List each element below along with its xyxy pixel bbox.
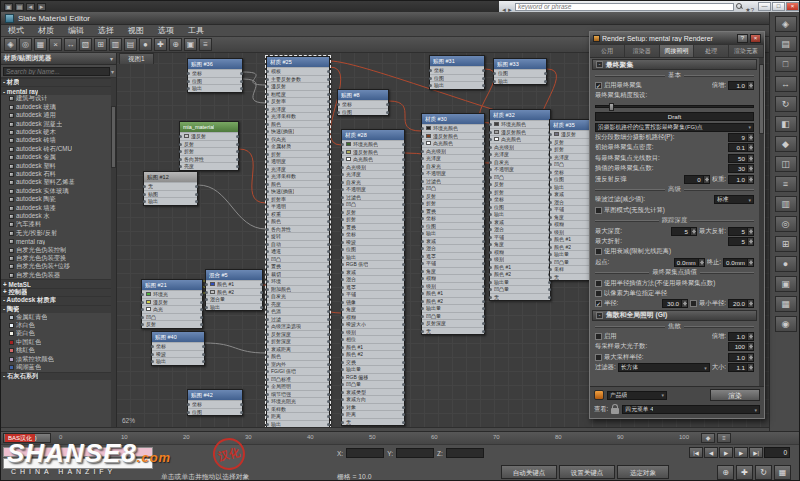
zoom-viewport-icon[interactable]: ⊕ <box>717 465 734 480</box>
node-slot[interactable]: 仅高光 <box>267 135 329 143</box>
browser-item[interactable]: 竭湖蓝色 <box>1 363 111 371</box>
input-socket-icon[interactable] <box>341 383 344 386</box>
dialog-tab-item[interactable]: 渲染元素 <box>729 45 764 57</box>
input-socket-icon[interactable] <box>549 216 552 219</box>
input-socket-icon[interactable] <box>549 133 552 136</box>
output-socket-icon[interactable] <box>327 78 330 81</box>
output-socket-icon[interactable] <box>482 172 485 175</box>
input-socket-icon[interactable] <box>421 187 424 190</box>
checkbox[interactable]: ✓ <box>595 300 602 307</box>
output-socket-icon[interactable] <box>482 202 485 205</box>
output-socket-icon[interactable] <box>327 93 330 96</box>
output-socket-icon[interactable] <box>327 153 330 156</box>
node-slot[interactable]: 环境光颜色 <box>490 120 550 128</box>
input-socket-icon[interactable] <box>266 250 269 253</box>
node-slot[interactable]: 通道 <box>267 247 329 255</box>
input-socket-icon[interactable] <box>266 175 269 178</box>
preset-value-field[interactable]: Draft <box>595 112 754 121</box>
node-slot[interactable]: 凹凸 <box>342 200 404 208</box>
input-socket-icon[interactable] <box>341 181 344 184</box>
node-slot[interactable]: 坐标 <box>188 69 242 77</box>
next-frame-icon[interactable]: ▶ <box>734 447 748 458</box>
node-slot[interactable]: FG/GI 倍增 <box>267 367 329 375</box>
node-slot[interactable]: RGB 倍增 <box>342 260 404 268</box>
input-socket-icon[interactable] <box>266 123 269 126</box>
node-slot[interactable]: 镜像 <box>342 298 404 306</box>
node-slot[interactable]: 凹凸量 <box>342 380 404 388</box>
output-socket-icon[interactable] <box>402 211 405 214</box>
output-socket-icon[interactable] <box>236 158 239 161</box>
output-socket-icon[interactable] <box>386 111 389 114</box>
output-socket-icon[interactable] <box>402 226 405 229</box>
input-socket-icon[interactable] <box>266 325 269 328</box>
input-socket-icon[interactable] <box>341 353 344 356</box>
input-socket-icon[interactable] <box>421 330 424 333</box>
input-socket-icon[interactable] <box>266 183 269 186</box>
node-slot[interactable]: 位图 <box>188 77 242 85</box>
input-socket-icon[interactable] <box>266 130 269 133</box>
node-header[interactable]: 贴图 #36 <box>188 59 242 69</box>
node-header[interactable]: 贴图 #8 <box>338 90 388 100</box>
input-socket-icon[interactable] <box>187 87 190 90</box>
input-socket-icon[interactable] <box>421 277 424 280</box>
material-node[interactable]: 贴图 #36坐标位图输出 <box>187 58 243 93</box>
node-slot[interactable]: 凹凸 <box>422 184 484 192</box>
node-slot[interactable]: 输出量 <box>422 304 484 312</box>
input-socket-icon[interactable] <box>266 423 269 426</box>
node-slot[interactable]: 透明度 <box>267 157 329 165</box>
spinner-field[interactable]: 9 <box>728 133 754 142</box>
input-socket-icon[interactable] <box>266 205 269 208</box>
node-slot[interactable]: 距离 <box>267 412 329 420</box>
input-socket-icon[interactable] <box>266 265 269 268</box>
input-socket-icon[interactable] <box>341 158 344 161</box>
node-slot[interactable]: 输出量 <box>342 365 404 373</box>
input-socket-icon[interactable] <box>421 180 424 183</box>
node-slot[interactable]: 输出 <box>206 303 262 311</box>
input-socket-icon[interactable] <box>549 171 552 174</box>
output-socket-icon[interactable] <box>402 203 405 206</box>
node-slot[interactable]: 半透明 <box>267 202 329 210</box>
output-socket-icon[interactable] <box>327 408 330 411</box>
input-socket-icon[interactable] <box>421 150 424 153</box>
output-socket-icon[interactable] <box>402 316 405 319</box>
output-socket-icon[interactable] <box>327 220 330 223</box>
output-socket-icon[interactable] <box>482 195 485 198</box>
input-socket-icon[interactable] <box>421 285 424 288</box>
coordinate-field[interactable] <box>346 448 384 458</box>
output-socket-icon[interactable] <box>482 330 485 333</box>
input-socket-icon[interactable] <box>421 142 424 145</box>
node-slot[interactable]: 对象 <box>342 403 404 411</box>
time-config-icon[interactable]: ≡ <box>717 433 731 443</box>
delete-node-icon[interactable]: × <box>49 38 62 51</box>
output-socket-icon[interactable] <box>482 135 485 138</box>
output-socket-icon[interactable] <box>240 411 243 414</box>
node-slot[interactable]: 环境光颜色 <box>342 140 404 148</box>
output-socket-icon[interactable] <box>327 400 330 403</box>
input-socket-icon[interactable] <box>549 148 552 151</box>
input-socket-icon[interactable] <box>549 268 552 271</box>
render-setup-icon[interactable]: ▣ <box>775 276 797 292</box>
input-socket-icon[interactable] <box>341 293 344 296</box>
input-socket-icon[interactable] <box>179 158 182 161</box>
input-socket-icon[interactable] <box>179 135 182 138</box>
node-slot[interactable]: 自发光 <box>342 178 404 186</box>
material-node[interactable]: 材质 #32环境光颜色漫反射颜色高光颜色高光级别光泽度自发光不透明度凹凸反射折射… <box>489 109 551 301</box>
node-slot[interactable]: 反射 <box>490 180 550 188</box>
output-socket-icon[interactable] <box>202 345 205 348</box>
app-logo-icon[interactable]: ▣ <box>4 3 13 11</box>
spinner-field[interactable]: 0 <box>684 175 710 184</box>
output-socket-icon[interactable] <box>195 200 198 203</box>
output-socket-icon[interactable] <box>200 308 203 311</box>
align-icon[interactable]: ≡ <box>775 176 797 192</box>
rotate-icon[interactable]: ↻ <box>775 96 797 112</box>
output-socket-icon[interactable] <box>240 80 243 83</box>
input-socket-icon[interactable] <box>266 273 269 276</box>
snap-icon[interactable]: ◆ <box>775 136 797 152</box>
input-socket-icon[interactable] <box>489 191 492 194</box>
input-socket-icon[interactable] <box>341 233 344 236</box>
output-socket-icon[interactable] <box>327 108 330 111</box>
input-socket-icon[interactable] <box>341 301 344 304</box>
node-slot[interactable]: 衰减类型 <box>342 388 404 396</box>
input-socket-icon[interactable] <box>341 346 344 349</box>
output-socket-icon[interactable] <box>327 258 330 261</box>
